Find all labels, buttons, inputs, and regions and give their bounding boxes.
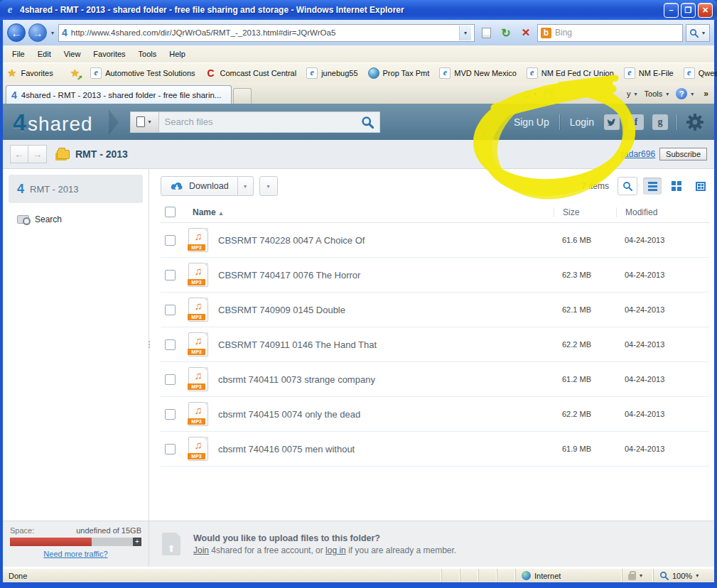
row-checkbox[interactable] bbox=[165, 444, 176, 454]
sidebar-item-search[interactable]: Search bbox=[3, 203, 149, 236]
settings-gear-icon[interactable] bbox=[686, 113, 704, 131]
row-checkbox[interactable] bbox=[165, 235, 176, 246]
row-checkbox[interactable] bbox=[165, 305, 176, 315]
favorites-bar-link[interactable]: Qwest, Mom bbox=[679, 65, 717, 81]
file-name-link[interactable]: cbsrmt 740411 0073 strange company bbox=[218, 374, 554, 385]
favorites-bar-link[interactable]: Prop Tax Pmt bbox=[363, 65, 435, 81]
row-checkbox[interactable] bbox=[165, 270, 176, 281]
minimize-button[interactable]: – bbox=[664, 3, 679, 18]
need-more-traffic-link[interactable]: Need more traffic? bbox=[10, 550, 141, 558]
name-column-header[interactable]: Name ▲ bbox=[193, 207, 554, 217]
table-row[interactable]: ♫ MP3 CBSRMT 740417 0076 The Horror 62.3… bbox=[161, 258, 710, 293]
login-button[interactable]: Login bbox=[568, 114, 595, 131]
table-row[interactable]: ♫ MP3 cbsrmt 740415 0074 only the dead 6… bbox=[161, 397, 710, 432]
sidebar-resize-handle[interactable] bbox=[147, 337, 151, 352]
active-tab[interactable]: 4 4shared - RMT - 2013 - shared folder -… bbox=[6, 85, 232, 104]
detail-view-button[interactable] bbox=[691, 178, 710, 195]
table-row[interactable]: ♫ MP3 CBSRMT 740911 0146 The Hand That 6… bbox=[161, 327, 710, 362]
safety-menu[interactable]: y▾ bbox=[627, 89, 639, 98]
favorites-bar-link[interactable]: NM Ed Fed Cr Union bbox=[522, 65, 619, 81]
more-actions-caret[interactable]: ▾ bbox=[259, 176, 278, 196]
url-dropdown-icon[interactable]: ▾ bbox=[459, 26, 471, 40]
table-row[interactable]: ♫ MP3 cbsrmt 740411 0073 strange company… bbox=[161, 362, 710, 397]
row-checkbox[interactable] bbox=[165, 409, 176, 420]
favorites-bar-link[interactable]: MVD New Mexico bbox=[434, 65, 521, 81]
download-options-caret[interactable]: ▾ bbox=[238, 176, 254, 196]
home-caret-icon[interactable]: ▾ bbox=[532, 91, 538, 97]
home-button[interactable]: ⌂▾ bbox=[523, 87, 538, 100]
file-type-dropdown[interactable]: ▾ bbox=[131, 112, 159, 132]
command-overflow-icon[interactable]: » bbox=[701, 89, 711, 99]
back-button[interactable]: ← bbox=[7, 23, 26, 42]
web-search-input[interactable] bbox=[555, 28, 679, 38]
maximize-button[interactable]: ❐ bbox=[681, 3, 696, 18]
facebook-login-button[interactable]: f bbox=[628, 114, 644, 130]
favorites-bar-link[interactable]: Automotive Test Solutions bbox=[85, 65, 200, 81]
close-button[interactable]: ✕ bbox=[698, 3, 713, 18]
twitter-login-button[interactable] bbox=[604, 114, 620, 130]
stop-button[interactable]: ✕ bbox=[517, 24, 534, 41]
title-bar[interactable]: e 4shared - RMT - 2013 - shared folder -… bbox=[0, 0, 717, 20]
file-name-link[interactable]: CBSRMT 740417 0076 The Horror bbox=[218, 270, 554, 281]
folder-back-button[interactable]: ← bbox=[10, 145, 28, 163]
site-logo[interactable]: 4shared bbox=[13, 108, 93, 136]
folder-search-button[interactable] bbox=[618, 177, 637, 195]
menu-item[interactable]: Tools bbox=[132, 48, 163, 60]
file-name-link[interactable]: CBSRMT 740911 0146 The Hand That bbox=[218, 339, 554, 350]
owner-link[interactable]: radar696 bbox=[621, 149, 655, 159]
web-search-box[interactable]: b bbox=[537, 24, 683, 42]
menu-item[interactable]: File bbox=[6, 48, 31, 60]
size-column-header[interactable]: Size bbox=[554, 207, 616, 217]
new-tab-stub[interactable] bbox=[233, 88, 252, 104]
join-link[interactable]: Join bbox=[193, 545, 209, 555]
help-menu[interactable]: ?▾ bbox=[676, 88, 695, 99]
row-checkbox[interactable] bbox=[165, 339, 176, 350]
grid-view-button[interactable] bbox=[667, 178, 686, 195]
file-name-link[interactable]: cbsrmt 740415 0074 only the dead bbox=[218, 409, 554, 420]
security-report-button[interactable]: ▾ bbox=[622, 569, 653, 582]
url-text[interactable]: http://www.4shared.com/dir/JQrWrOa5/RMT_… bbox=[71, 28, 455, 37]
menu-item[interactable]: Favorites bbox=[87, 48, 131, 60]
favorites-label[interactable]: Favorites bbox=[21, 69, 53, 77]
breadcrumb[interactable]: RMT - 2013 bbox=[75, 148, 128, 160]
zoom-control[interactable]: 100% ▾ bbox=[653, 569, 714, 582]
modified-column-header[interactable]: Modified bbox=[616, 207, 710, 217]
folder-forward-button[interactable]: → bbox=[28, 145, 47, 163]
table-row[interactable]: ♫ MP3 cbsrmt 740416 0075 men without 61.… bbox=[161, 432, 710, 467]
sidebar-item-root-folder[interactable]: 4 RMT - 2013 bbox=[9, 175, 143, 203]
tools-menu[interactable]: Tools▾ bbox=[645, 89, 671, 98]
download-cloud-icon bbox=[170, 181, 184, 192]
search-options-caret-icon[interactable]: ▾ bbox=[701, 30, 706, 36]
select-all-checkbox[interactable] bbox=[165, 207, 176, 217]
url-field[interactable]: 4 http://www.4shared.com/dir/JQrWrOa5/RM… bbox=[58, 24, 475, 42]
favorites-bar-link[interactable]: junebug55 bbox=[301, 65, 362, 81]
list-view-button[interactable] bbox=[643, 178, 662, 195]
web-search-button[interactable]: ▾ bbox=[686, 24, 710, 42]
history-dropdown-icon[interactable]: ▾ bbox=[50, 30, 55, 36]
file-name-link[interactable]: CBSRMT 740909 0145 Double bbox=[218, 305, 554, 315]
favorites-bar-link[interactable]: NM E-File bbox=[619, 65, 679, 81]
file-name-link[interactable]: cbsrmt 740416 0075 men without bbox=[218, 444, 554, 454]
feed-icon[interactable] bbox=[544, 89, 554, 99]
menu-item[interactable]: Help bbox=[163, 48, 192, 60]
file-search-input[interactable] bbox=[159, 116, 361, 127]
signup-button[interactable]: Sign Up bbox=[512, 114, 551, 131]
download-button[interactable]: Download bbox=[161, 176, 238, 196]
add-storage-button[interactable]: + bbox=[133, 538, 141, 546]
google-login-button[interactable]: g bbox=[652, 114, 668, 130]
menu-item[interactable]: Edit bbox=[31, 48, 58, 60]
login-link[interactable]: log in bbox=[325, 545, 346, 555]
row-checkbox[interactable] bbox=[165, 374, 176, 385]
add-favorite-icon[interactable]: ★ bbox=[70, 67, 80, 80]
subscribe-button[interactable]: Subscribe bbox=[659, 148, 707, 160]
favorites-bar-link[interactable]: Comcast Cust Central bbox=[200, 65, 302, 81]
table-row[interactable]: ♫ MP3 CBSRMT 740909 0145 Double 62.1 MB … bbox=[161, 293, 710, 327]
table-row[interactable]: ♫ MP3 CBSRMT 740228 0047 A Choice Of 61.… bbox=[161, 223, 710, 258]
menu-item[interactable]: View bbox=[58, 48, 87, 60]
refresh-button[interactable]: ↻ bbox=[497, 24, 514, 41]
file-name-link[interactable]: CBSRMT 740228 0047 A Choice Of bbox=[218, 235, 554, 246]
file-search-box[interactable]: ▾ bbox=[130, 111, 380, 133]
compatibility-view-button[interactable] bbox=[478, 24, 495, 41]
forward-button[interactable]: → bbox=[28, 23, 47, 42]
file-search-icon[interactable] bbox=[361, 116, 374, 129]
